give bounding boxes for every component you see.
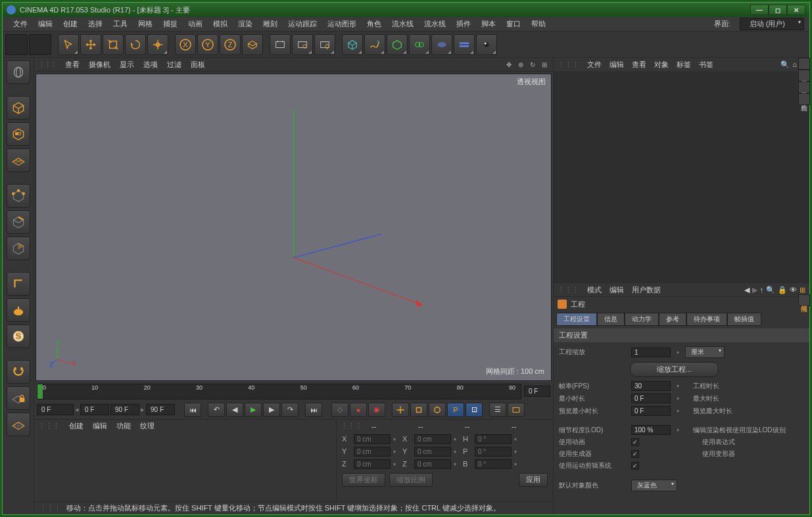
menu-edit[interactable]: 编辑 bbox=[33, 19, 58, 29]
key-pla[interactable]: ⊡ bbox=[466, 403, 483, 417]
grip-icon[interactable]: ⋮⋮⋮ bbox=[38, 422, 60, 430]
x-axis-lock[interactable]: X bbox=[175, 34, 196, 55]
z-axis-lock[interactable]: Z bbox=[220, 34, 241, 55]
view-menu-display[interactable]: 显示 bbox=[120, 60, 134, 70]
use-gen-check[interactable]: ✓ bbox=[631, 450, 639, 458]
tab-interp[interactable]: 帧插值 bbox=[727, 313, 761, 326]
menu-track[interactable]: 运动跟踪 bbox=[283, 19, 322, 29]
tab-project[interactable]: 工程设置 bbox=[556, 313, 597, 326]
viewport[interactable]: 透视视图 Y X Z 网格间距 : 100 cm bbox=[36, 74, 552, 381]
texture-mode[interactable] bbox=[7, 122, 30, 146]
planar-workplane[interactable] bbox=[7, 413, 30, 436]
close-button[interactable]: ✕ bbox=[787, 5, 805, 15]
mat-menu-func[interactable]: 功能 bbox=[116, 421, 131, 431]
pos-z[interactable]: 0 cm bbox=[354, 459, 391, 469]
render-view[interactable] bbox=[270, 34, 291, 55]
menu-mesh[interactable]: 网格 bbox=[133, 19, 158, 29]
use-motion-check[interactable]: ✓ bbox=[631, 462, 639, 470]
deformer[interactable] bbox=[409, 34, 430, 55]
key-rot[interactable] bbox=[429, 403, 446, 417]
lock-icon[interactable]: 🔒 bbox=[778, 286, 787, 294]
size-y[interactable]: 0 cm bbox=[414, 447, 451, 457]
range-end[interactable]: 90 F bbox=[110, 404, 139, 415]
nav-move-icon[interactable]: ✥ bbox=[504, 60, 513, 70]
grip-icon[interactable]: ⋮⋮⋮ bbox=[341, 422, 362, 430]
timeline-options[interactable]: ☰ bbox=[489, 403, 506, 417]
menu-window[interactable]: 窗口 bbox=[501, 19, 526, 29]
menu-render[interactable]: 渲染 bbox=[233, 19, 258, 29]
rot-p[interactable]: 0 ° bbox=[475, 447, 512, 457]
camera[interactable] bbox=[454, 34, 475, 55]
search-icon[interactable]: 🔍 bbox=[766, 286, 775, 294]
menu-help[interactable]: 帮助 bbox=[526, 19, 551, 29]
attr-menu-edit[interactable]: 编辑 bbox=[609, 285, 624, 295]
prev-key[interactable]: ↶ bbox=[208, 403, 225, 417]
tab-info[interactable]: 信息 bbox=[597, 313, 625, 326]
lod-field[interactable]: 100 % bbox=[631, 425, 671, 435]
search-icon[interactable]: 🔍 bbox=[780, 60, 790, 69]
scale-mode-dd[interactable]: 缩放比例 bbox=[389, 473, 433, 487]
move-tool[interactable] bbox=[80, 34, 101, 55]
select-tool[interactable] bbox=[58, 34, 79, 55]
nav-layout-icon[interactable]: ⊞ bbox=[540, 60, 549, 70]
enable-snap[interactable]: S bbox=[7, 325, 30, 348]
view-menu-view[interactable]: 查看 bbox=[65, 60, 80, 70]
menu-simulate[interactable]: 模拟 bbox=[208, 19, 233, 29]
scale-project-button[interactable]: 缩放工程... bbox=[630, 362, 719, 377]
use-anim-check[interactable]: ✓ bbox=[631, 438, 639, 446]
pos-x[interactable]: 0 cm bbox=[354, 434, 391, 444]
nav-up-icon[interactable]: ↑ bbox=[760, 286, 764, 294]
mat-menu-create[interactable]: 创建 bbox=[69, 421, 84, 431]
point-mode[interactable] bbox=[7, 184, 30, 208]
redo-well[interactable] bbox=[29, 34, 51, 55]
side-tab-layer[interactable]: 层次 bbox=[798, 70, 810, 81]
pos-y[interactable]: 0 cm bbox=[354, 447, 391, 457]
default-color-dd[interactable]: 灰蓝色 bbox=[631, 480, 677, 491]
locked-workplane[interactable] bbox=[7, 386, 30, 410]
next-key[interactable]: ↷ bbox=[281, 403, 299, 417]
view-menu-camera[interactable]: 摄像机 bbox=[89, 60, 110, 70]
goto-end[interactable]: ⏭ bbox=[305, 403, 322, 417]
scale-tool[interactable] bbox=[103, 34, 124, 55]
obj-menu-edit[interactable]: 编辑 bbox=[609, 60, 624, 70]
coord-system[interactable] bbox=[242, 34, 263, 55]
y-axis-lock[interactable]: Y bbox=[197, 34, 218, 55]
menu-snap[interactable]: 捕捉 bbox=[158, 19, 183, 29]
expand-icon[interactable]: ⊞ bbox=[800, 286, 805, 294]
edge-mode[interactable] bbox=[7, 210, 30, 234]
generator[interactable] bbox=[387, 34, 408, 55]
spline-primitive[interactable] bbox=[364, 34, 385, 55]
maximize-button[interactable]: ◻ bbox=[769, 5, 787, 15]
view-menu-panel[interactable]: 面板 bbox=[191, 60, 205, 70]
preview-min-field[interactable]: 0 F bbox=[631, 406, 671, 416]
attr-menu-mode[interactable]: 模式 bbox=[587, 285, 602, 295]
obj-menu-file[interactable]: 文件 bbox=[587, 60, 602, 70]
view-menu-filter[interactable]: 过滤 bbox=[167, 60, 181, 70]
scale-unit-dd[interactable]: 厘米 bbox=[685, 346, 725, 358]
enable-axis[interactable] bbox=[7, 272, 30, 296]
key-pos[interactable] bbox=[392, 403, 409, 417]
polygon-mode[interactable] bbox=[7, 236, 30, 260]
obj-menu-view[interactable]: 查看 bbox=[632, 60, 646, 70]
nav-fwd-icon[interactable]: ▶ bbox=[752, 286, 757, 294]
record-key[interactable]: ◇ bbox=[331, 403, 348, 417]
light[interactable] bbox=[476, 34, 497, 55]
obj-menu-bookmarks[interactable]: 书签 bbox=[699, 60, 713, 70]
view-menu-options[interactable]: 选项 bbox=[143, 60, 158, 70]
time-ruler[interactable]: 0 10 20 30 40 50 60 70 80 90 bbox=[37, 384, 521, 399]
menu-pipeline2[interactable]: 流水线 bbox=[419, 19, 451, 29]
grip-icon[interactable]: ⋮⋮⋮ bbox=[38, 60, 56, 69]
size-z[interactable]: 0 cm bbox=[414, 459, 451, 469]
mat-menu-edit[interactable]: 编辑 bbox=[93, 421, 107, 431]
side-tab-content[interactable]: 内容浏览器 bbox=[798, 81, 810, 93]
ruler-end-field[interactable]: 0 F bbox=[524, 386, 550, 397]
rot-h[interactable]: 0 ° bbox=[475, 434, 512, 444]
viewport-solo[interactable] bbox=[7, 298, 30, 322]
play-button[interactable]: ▶ bbox=[245, 403, 262, 417]
current-frame[interactable]: 0 F bbox=[37, 404, 74, 415]
workplane-snap[interactable] bbox=[7, 360, 30, 384]
key-param[interactable]: P bbox=[447, 403, 464, 417]
rot-b[interactable]: 0 ° bbox=[475, 459, 512, 469]
side-tab-struct[interactable]: 构造 bbox=[798, 93, 810, 105]
undo-well[interactable] bbox=[5, 34, 28, 55]
